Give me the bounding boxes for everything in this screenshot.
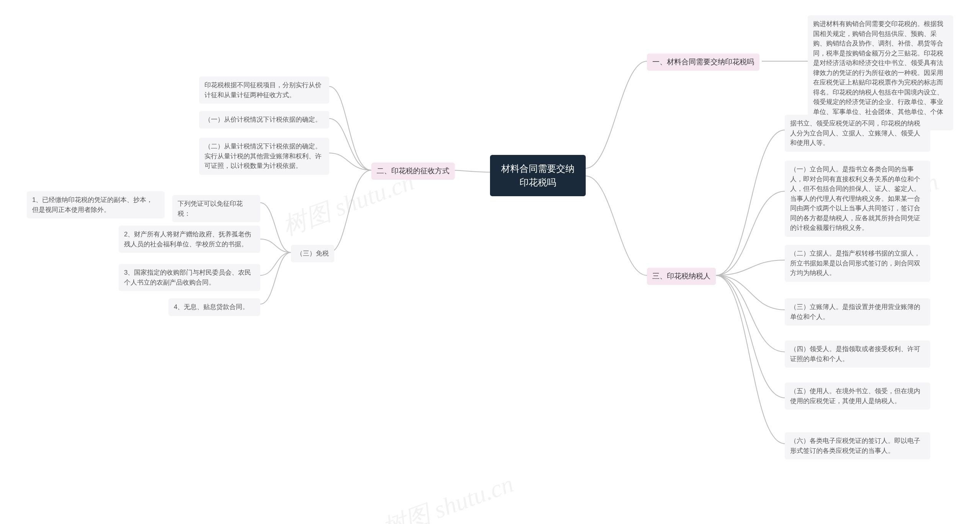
branch-2-c0[interactable]: 印花税根据不同征税项目，分别实行从价计征和从量计征两种征收方式。 bbox=[199, 76, 329, 104]
branch-1[interactable]: 一、材料合同需要交纳印花税吗 bbox=[647, 54, 760, 71]
branch-2-c1[interactable]: （一）从价计税情况下计税依据的确定。 bbox=[199, 111, 329, 129]
branch-2-c3-s3[interactable]: 3、国家指定的收购部门与村民委员会、农民个人书立的农副产品收购合同。 bbox=[119, 264, 260, 291]
root-node[interactable]: 材料合同需要交纳印花税吗 bbox=[490, 155, 586, 196]
branch-1-desc[interactable]: 购进材料有购销合同需要交印花税的。根据我国相关规定，购销合同包括供应、预购、采购… bbox=[808, 15, 953, 130]
branch-2-c3-s0[interactable]: 下列凭证可以免征印花税： bbox=[172, 195, 260, 222]
branch-3-c2[interactable]: （二）立据人。是指产权转移书据的立据人，所立书据如果是以合同形式签订的，则合同双… bbox=[785, 245, 930, 282]
branch-3-c6[interactable]: （六）各类电子应税凭证的签订人。即以电子形式签订的各类应税凭证的当事人。 bbox=[785, 432, 930, 459]
branch-2-c3[interactable]: （三）免税 bbox=[291, 245, 334, 262]
branch-2-c3-s4[interactable]: 4、无息、贴息贷款合同。 bbox=[168, 298, 260, 316]
branch-3-c0[interactable]: 据书立、领受应税凭证的不同，印花税的纳税人分为立合同人、立据人、立账簿人、领受人… bbox=[785, 115, 930, 152]
branch-3-c1[interactable]: （一）立合同人。是指书立各类合同的当事人，即对合同有直接权利义务关系的单位和个人… bbox=[785, 161, 930, 237]
branch-2[interactable]: 二、印花税的征收方式 bbox=[371, 163, 455, 180]
branch-2-c3-s1[interactable]: 1、已经缴纳印花税的凭证的副本、抄本，但是视同正本使用者除外。 bbox=[27, 191, 165, 218]
watermark: 树图 shutu.cn bbox=[377, 467, 518, 524]
branch-2-c2[interactable]: （二）从量计税情况下计税依据的确定。实行从量计税的其他营业账簿和权利、许可证照，… bbox=[199, 138, 329, 175]
branch-3-c4[interactable]: （四）领受人。是指领取或者接受权利、许可证照的单位和个人。 bbox=[785, 340, 930, 368]
branch-3-c3[interactable]: （三）立账簿人。是指设置并使用营业账簿的单位和个人。 bbox=[785, 298, 930, 325]
branch-3[interactable]: 三、印花税纳税人 bbox=[647, 268, 716, 285]
branch-2-c3-s2[interactable]: 2、财产所有人将财产赠给政府、抚养孤老伤残人员的社会福利单位、学校所立的书据。 bbox=[119, 226, 260, 253]
branch-3-c5[interactable]: （五）使用人。在境外书立、领受，但在境内使用的应税凭证，其使用人是纳税人。 bbox=[785, 382, 930, 410]
